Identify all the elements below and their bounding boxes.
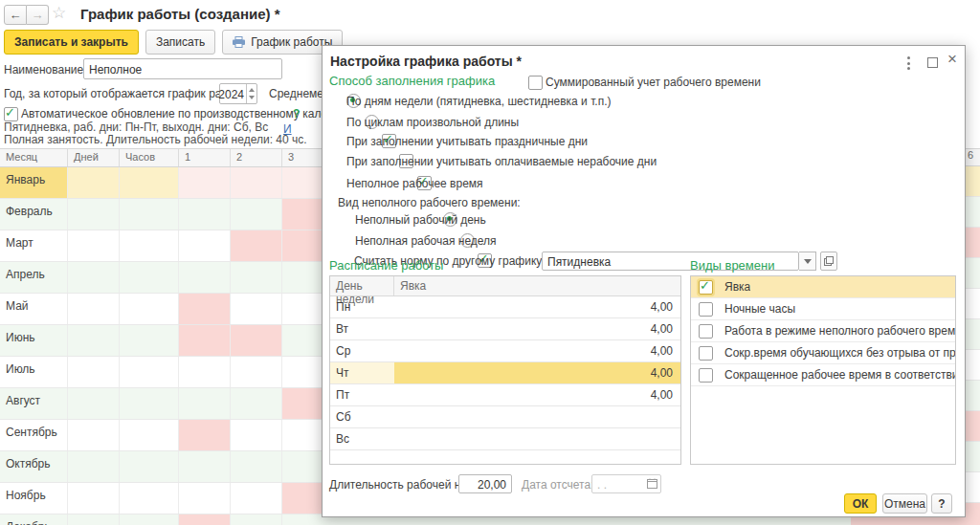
column-header-days[interactable]: Дней bbox=[68, 149, 120, 166]
column-header-weekday[interactable]: День недели bbox=[330, 276, 394, 295]
calendar-day-cell[interactable] bbox=[282, 451, 322, 482]
calendar-day-cell[interactable] bbox=[965, 503, 980, 525]
dialog-menu-icon[interactable] bbox=[907, 56, 911, 70]
time-type-checkbox[interactable] bbox=[699, 346, 713, 361]
time-type-item[interactable]: Ночные часы bbox=[691, 298, 955, 320]
calendar-day-cell[interactable] bbox=[965, 289, 980, 319]
calendar-day-cell[interactable] bbox=[282, 262, 322, 293]
calendar-day-cell[interactable] bbox=[231, 230, 282, 261]
ok-button[interactable]: ОК bbox=[844, 493, 877, 514]
calendar-month-cell[interactable]: Январь bbox=[0, 167, 68, 198]
schedule-row[interactable]: Сб bbox=[330, 406, 680, 428]
calendar-day-cell[interactable] bbox=[179, 262, 231, 293]
name-input[interactable]: Неполное bbox=[83, 58, 282, 79]
calendar-day-cell[interactable] bbox=[231, 420, 282, 450]
summarized-time-checkbox[interactable] bbox=[528, 76, 543, 90]
back-button[interactable]: ← bbox=[4, 5, 27, 25]
calendar-day-cell[interactable] bbox=[231, 199, 282, 230]
calendar-icon[interactable] bbox=[647, 478, 657, 489]
calendar-month-cell[interactable]: Июль bbox=[0, 357, 68, 387]
calendar-month-cell[interactable]: Ноябрь bbox=[0, 483, 68, 514]
calendar-day-cell[interactable] bbox=[965, 442, 980, 472]
calendar-day-cell[interactable] bbox=[282, 294, 322, 324]
calendar-days-cell[interactable] bbox=[68, 514, 120, 525]
time-type-item[interactable]: Сокращенное рабочее время в соответствии… bbox=[691, 364, 955, 386]
calendar-hours-cell[interactable] bbox=[120, 514, 179, 525]
column-header-day6[interactable]: 6 bbox=[965, 149, 980, 166]
calendar-day-cell[interactable] bbox=[179, 451, 231, 482]
schedule-row[interactable]: Пн4,00 bbox=[330, 296, 680, 318]
column-header-month[interactable]: Месяц bbox=[0, 149, 68, 166]
time-type-item[interactable]: Явка bbox=[691, 276, 955, 298]
calendar-day-cell[interactable] bbox=[179, 294, 231, 324]
schedule-row[interactable]: Вт4,00 bbox=[330, 318, 680, 340]
time-type-checkbox[interactable] bbox=[699, 368, 713, 383]
calendar-month-cell[interactable]: Февраль bbox=[0, 199, 68, 230]
column-header-day1[interactable]: 1 bbox=[179, 149, 231, 166]
calendar-day-cell[interactable] bbox=[179, 325, 231, 356]
calendar-day-cell[interactable] bbox=[179, 167, 231, 198]
calendar-day-cell[interactable] bbox=[231, 483, 282, 514]
calendar-days-cell[interactable] bbox=[68, 325, 120, 356]
calendar-month-cell[interactable]: Октябрь bbox=[0, 451, 68, 482]
calendar-days-cell[interactable] bbox=[68, 230, 120, 261]
cancel-button[interactable]: Отмена bbox=[882, 493, 927, 514]
calendar-day-cell[interactable] bbox=[965, 411, 980, 442]
calendar-day-cell[interactable] bbox=[965, 319, 980, 350]
change-link[interactable]: И bbox=[283, 122, 292, 136]
calendar-day-cell[interactable] bbox=[965, 197, 980, 228]
norm-schedule-dropdown-button[interactable] bbox=[799, 252, 816, 271]
calendar-day-cell[interactable] bbox=[179, 199, 231, 230]
calendar-day-cell[interactable] bbox=[965, 228, 980, 258]
calendar-day-cell[interactable] bbox=[231, 167, 282, 198]
calendar-month-cell[interactable]: Апрель bbox=[0, 262, 68, 293]
maximize-icon[interactable] bbox=[927, 57, 938, 68]
calendar-day-cell[interactable] bbox=[231, 514, 282, 525]
calendar-day-cell[interactable] bbox=[282, 483, 322, 514]
calendar-day-cell[interactable] bbox=[231, 294, 282, 324]
norm-schedule-open-button[interactable] bbox=[820, 252, 837, 271]
calendar-day-cell[interactable] bbox=[179, 420, 231, 450]
schedule-row[interactable]: Вс bbox=[330, 428, 680, 450]
start-date-input[interactable]: . . bbox=[591, 474, 661, 493]
calendar-hours-cell[interactable] bbox=[120, 451, 179, 482]
calendar-hours-cell[interactable] bbox=[120, 357, 179, 387]
calendar-days-cell[interactable] bbox=[68, 451, 120, 482]
calendar-hours-cell[interactable] bbox=[120, 262, 179, 293]
calendar-day-cell[interactable] bbox=[282, 420, 322, 450]
calendar-day-cell[interactable] bbox=[179, 483, 231, 514]
year-input[interactable]: 2024 bbox=[219, 83, 257, 104]
calendar-month-cell[interactable]: Декабрь bbox=[0, 514, 68, 525]
calendar-days-cell[interactable] bbox=[68, 262, 120, 293]
calendar-month-cell[interactable]: Сентябрь bbox=[0, 420, 68, 450]
column-header-day3[interactable]: 3 bbox=[282, 149, 322, 166]
calendar-hours-cell[interactable] bbox=[120, 230, 179, 261]
calendar-day-cell[interactable] bbox=[179, 388, 231, 419]
time-type-item[interactable]: Сокр.время обучающихся без отрыва от про… bbox=[691, 342, 955, 364]
calendar-day-cell[interactable] bbox=[282, 230, 322, 261]
calendar-day-cell[interactable] bbox=[282, 199, 322, 230]
calendar-days-cell[interactable] bbox=[68, 420, 120, 450]
calendar-days-cell[interactable] bbox=[68, 167, 120, 198]
calendar-hours-cell[interactable] bbox=[120, 420, 179, 450]
column-header-day2[interactable]: 2 bbox=[231, 149, 282, 166]
time-type-checkbox[interactable] bbox=[699, 324, 713, 339]
calendar-day-cell[interactable] bbox=[231, 325, 282, 356]
week-length-input[interactable]: 20,00 bbox=[458, 474, 512, 493]
calendar-day-cell[interactable] bbox=[965, 350, 980, 381]
save-button[interactable]: Записать bbox=[145, 30, 215, 55]
favorite-star-icon[interactable]: ☆ bbox=[52, 3, 66, 23]
calendar-day-cell[interactable] bbox=[179, 230, 231, 261]
spinner-up-icon[interactable] bbox=[249, 88, 255, 92]
help-question-link[interactable]: ? bbox=[293, 107, 300, 120]
calendar-day-cell[interactable] bbox=[965, 166, 980, 197]
calendar-day-cell[interactable] bbox=[965, 472, 980, 503]
close-icon[interactable]: × bbox=[947, 50, 957, 69]
calendar-hours-cell[interactable] bbox=[120, 483, 179, 514]
calendar-days-cell[interactable] bbox=[68, 388, 120, 419]
calendar-day-cell[interactable] bbox=[282, 325, 322, 356]
spinner-down-icon[interactable] bbox=[249, 96, 255, 99]
calendar-month-cell[interactable]: Май bbox=[0, 294, 68, 324]
time-type-checkbox[interactable] bbox=[699, 302, 713, 317]
calendar-day-cell[interactable] bbox=[965, 258, 980, 289]
